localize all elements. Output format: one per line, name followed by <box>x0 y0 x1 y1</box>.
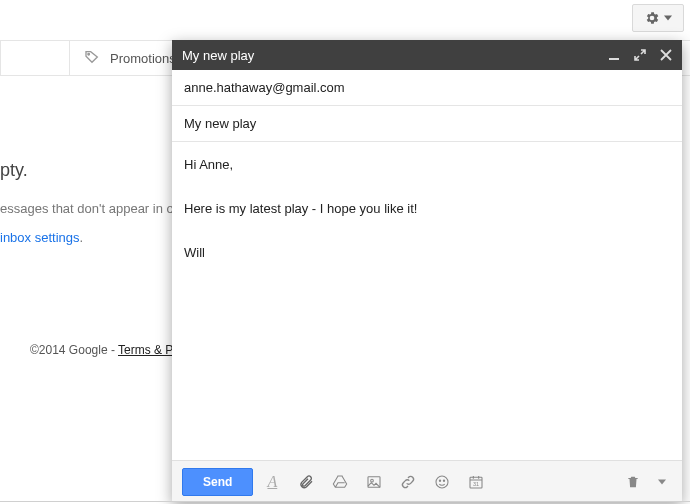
compose-toolbar: Send A 31 <box>172 460 682 502</box>
send-button[interactable]: Send <box>182 468 253 496</box>
link-icon[interactable] <box>393 468 423 496</box>
compose-window-controls <box>608 49 672 61</box>
footer-terms-link[interactable]: Terms & Pri <box>118 343 180 357</box>
photo-icon[interactable] <box>359 468 389 496</box>
compose-header[interactable]: My new play <box>172 40 682 70</box>
footer-copyright: ©2014 Google - <box>30 343 118 357</box>
close-icon[interactable] <box>660 49 672 61</box>
tab-blank[interactable] <box>0 41 70 75</box>
attach-icon[interactable] <box>291 468 321 496</box>
expand-icon[interactable] <box>634 49 646 61</box>
drive-icon[interactable] <box>325 468 355 496</box>
compose-body[interactable]: Hi Anne, Here is my latest play - I hope… <box>172 142 682 460</box>
compose-subject-field[interactable]: My new play <box>172 106 682 142</box>
empty-title: pty. <box>0 160 177 181</box>
formatting-icon[interactable]: A <box>257 468 287 496</box>
footer: ©2014 Google - Terms & Pri <box>30 343 180 357</box>
svg-point-0 <box>88 53 90 55</box>
gear-icon <box>644 10 660 26</box>
tab-label: Promotions <box>110 51 176 66</box>
calendar-icon[interactable]: 31 <box>461 468 491 496</box>
svg-point-5 <box>440 480 441 481</box>
compose-title: My new play <box>182 48 254 63</box>
empty-line: essages that don't appear in ot <box>0 201 177 216</box>
caret-down-icon <box>664 14 672 22</box>
link-suffix: . <box>80 230 84 245</box>
svg-point-4 <box>436 476 448 488</box>
emoji-icon[interactable] <box>427 468 457 496</box>
svg-rect-1 <box>609 58 619 60</box>
empty-link-line: inbox settings. <box>0 230 177 245</box>
inbox-settings-link[interactable]: inbox settings <box>0 230 80 245</box>
compose-window: My new play anne.hathaway@gmail.com My n… <box>172 40 682 502</box>
trash-icon[interactable] <box>618 468 648 496</box>
svg-point-6 <box>444 480 445 481</box>
minimize-icon[interactable] <box>608 49 620 61</box>
settings-gear-button[interactable] <box>632 4 684 32</box>
svg-text:31: 31 <box>473 481 479 487</box>
bottom-divider <box>0 501 690 502</box>
empty-state: pty. essages that don't appear in ot inb… <box>0 160 177 259</box>
svg-point-3 <box>371 479 374 482</box>
compose-to-field[interactable]: anne.hathaway@gmail.com <box>172 70 682 106</box>
more-options-icon[interactable] <box>652 468 672 496</box>
tag-icon <box>84 49 100 68</box>
